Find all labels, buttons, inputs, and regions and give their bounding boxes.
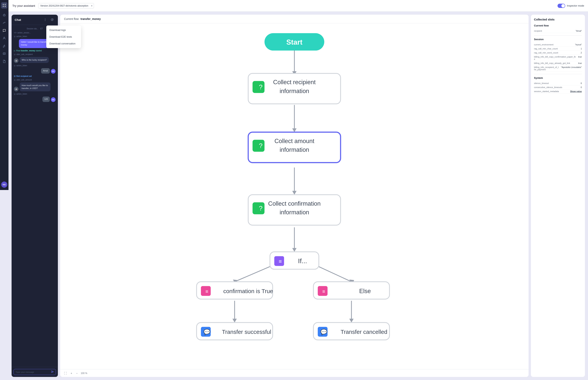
version-wrapper: Version 20241204-0927-dichotomic-absorpt… — [38, 3, 94, 8]
flow-header: Current flow: transfer_money — [60, 15, 294, 23]
bot-message-1: 🤖 Who is the lucky recipient? — [14, 57, 55, 63]
flow-diagram-svg: Start ? Collect recipient information ? … — [60, 23, 294, 190]
sidebar-avatar[interactable]: KK — [1, 182, 7, 188]
svg-rect-34 — [252, 81, 265, 93]
action-listen-3: ◎ action_listen — [14, 93, 55, 95]
svg-text:Collect amount: Collect amount — [274, 138, 294, 144]
listen-icon: ◎ — [14, 35, 16, 38]
flow-header-label: Current flow: — [64, 17, 79, 20]
listen-icon-2: ◎ — [14, 64, 16, 67]
user-bubble-amal: Amal — [41, 68, 50, 73]
slot-icon: ⊡ — [14, 75, 16, 77]
listen-icon-3: ◎ — [14, 93, 16, 95]
bot-bubble-text-2: How much would you like to transfer, in … — [20, 82, 51, 92]
topbar: Try your assistant Version 20241204-0927… — [8, 0, 294, 12]
svg-point-7 — [4, 14, 4, 14]
dropdown-menu: Download logs Download E2E tests Downloa… — [46, 25, 81, 48]
sidebar-item-tools[interactable] — [1, 43, 7, 49]
flow-header-name: transfer_money — [80, 17, 101, 20]
code-icon: </> — [14, 32, 17, 34]
svg-marker-18 — [292, 128, 294, 132]
dropdown-download-logs[interactable]: Download logs — [46, 27, 81, 33]
action-utter-amount: ◎ utter_ask_amount — [14, 79, 55, 81]
dropdown-download-e2e[interactable]: Download E2E tests — [46, 33, 81, 40]
flow-started-badge: ▷ Flow transfer_money started — [14, 50, 55, 52]
chat-header: Chat — [12, 15, 58, 25]
flow-panel: Current flow: transfer_money — [60, 15, 294, 190]
svg-point-8 — [4, 37, 5, 38]
svg-rect-3 — [5, 6, 6, 7]
sidebar-item-users[interactable] — [1, 35, 7, 41]
flow-body: Start ? Collect recipient information ? … — [60, 23, 294, 190]
bot-message-2: 🤖 How much would you like to transfer, i… — [14, 82, 55, 92]
svg-point-12 — [45, 19, 45, 19]
flow-play-icon: ▷ — [14, 50, 16, 52]
dropdown-download-conversation[interactable]: Download conversation — [46, 40, 81, 47]
page-title: Try your assistant — [12, 4, 35, 7]
svg-text:information: information — [280, 88, 294, 95]
user-avatar-2: SA — [51, 69, 55, 74]
chat-menu-btn[interactable] — [42, 17, 48, 22]
chat-body: Session sta... ET </> action_sessio... ◎… — [12, 25, 58, 190]
bot-avatar-1: 🤖 — [14, 58, 18, 63]
utter-amount-icon: ◎ — [14, 79, 16, 81]
svg-rect-39 — [252, 140, 265, 152]
svg-point-14 — [45, 20, 45, 21]
bot-bubble-text-1: Who is the lucky recipient? — [20, 57, 49, 63]
sidebar: KK — [0, 0, 8, 190]
chat-header-actions — [42, 17, 55, 22]
svg-rect-9 — [3, 53, 5, 55]
flow-name-link[interactable]: transfer_money — [21, 50, 35, 52]
svg-text:?: ? — [259, 142, 263, 149]
sidebar-item-bot[interactable] — [1, 12, 7, 18]
sidebar-item-files[interactable] — [1, 58, 7, 64]
sidebar-logo[interactable] — [1, 2, 7, 8]
svg-rect-1 — [5, 4, 6, 5]
sidebar-item-comments[interactable] — [1, 51, 7, 57]
action-utter-recipient: ◎ utter_ask_recipient — [14, 53, 55, 56]
svg-rect-0 — [3, 4, 4, 5]
version-select[interactable]: Version 20241204-0927-dichotomic-absorpt… — [38, 3, 94, 8]
user-message-120: 120 SA — [14, 96, 55, 102]
svg-rect-2 — [3, 6, 4, 7]
svg-text:Collect recipient: Collect recipient — [273, 79, 294, 86]
sidebar-item-analytics[interactable] — [1, 20, 7, 26]
bot-avatar-2: 🤖 — [14, 87, 18, 91]
svg-rect-4 — [3, 15, 5, 16]
chat-refresh-btn[interactable] — [49, 17, 55, 22]
svg-text:information: information — [280, 146, 294, 153]
chat-title: Chat — [15, 18, 21, 21]
svg-rect-6 — [4, 15, 5, 16]
svg-rect-5 — [4, 15, 4, 16]
action-listen-2: ◎ action_listen — [14, 64, 55, 67]
content-area: Chat — [8, 12, 294, 190]
user-bubble-120: 120 — [42, 96, 50, 102]
chat-panel: Chat — [12, 15, 58, 190]
slot-recipient-badge: ⊡ Slot recipient set — [14, 75, 55, 77]
sidebar-item-chat[interactable] — [1, 27, 7, 34]
user-message-amal: Amal SA — [14, 68, 55, 73]
utter-icon: ◎ — [14, 53, 16, 56]
user-avatar-3: SA — [51, 97, 55, 102]
svg-text:?: ? — [259, 83, 263, 91]
svg-text:Start: Start — [286, 38, 294, 46]
svg-point-13 — [45, 19, 45, 20]
user-bubble-text-1: Hello! I would like to transfer money — [19, 39, 50, 48]
main-area: Try your assistant Version 20241204-0927… — [8, 0, 294, 190]
